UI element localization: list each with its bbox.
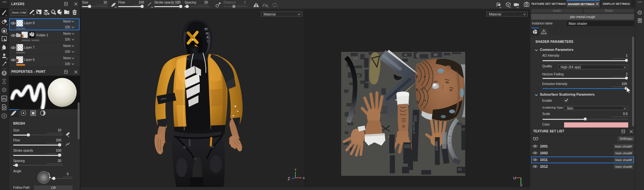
svg-text:1002: 1002 [540, 151, 548, 155]
svg-text:S: S [3, 88, 5, 91]
svg-text:S: S [3, 114, 5, 118]
svg-text:V: V [520, 183, 523, 187]
svg-text:Norm: Norm [63, 56, 71, 60]
svg-text:1011: 1011 [540, 158, 548, 162]
svg-text:Layer 7: Layer 7 [24, 46, 35, 49]
svg-text:Layer 8: Layer 8 [24, 21, 35, 25]
svg-text:Main shader: Main shader [615, 158, 632, 162]
svg-text:100: 100 [65, 38, 70, 41]
svg-text:Ps: Ps [2, 97, 6, 100]
svg-text:Folder 1: Folder 1 [36, 33, 48, 37]
svg-text:Main shader: Main shader [615, 165, 632, 168]
svg-text:Main shader: Main shader [615, 151, 632, 155]
svg-text:Norm: Norm [63, 44, 71, 48]
svg-text:S: S [3, 71, 5, 75]
svg-text:Z: Z [288, 176, 290, 181]
svg-text:100: 100 [65, 25, 70, 29]
svg-text:Y: Y [294, 168, 296, 171]
svg-text:1629: 1629 [435, 142, 437, 146]
svg-text:Norm: Norm [63, 20, 71, 23]
svg-text:1001: 1001 [540, 144, 548, 148]
svg-text:Norm: Norm [63, 32, 71, 35]
svg-text:Layer 6: Layer 6 [24, 58, 35, 62]
svg-text:100: 100 [65, 62, 70, 66]
svg-text:1012: 1012 [540, 165, 548, 168]
svg-text:U: U [513, 176, 516, 180]
svg-text:Main shader: Main shader [615, 145, 632, 148]
svg-text:100: 100 [65, 50, 70, 53]
